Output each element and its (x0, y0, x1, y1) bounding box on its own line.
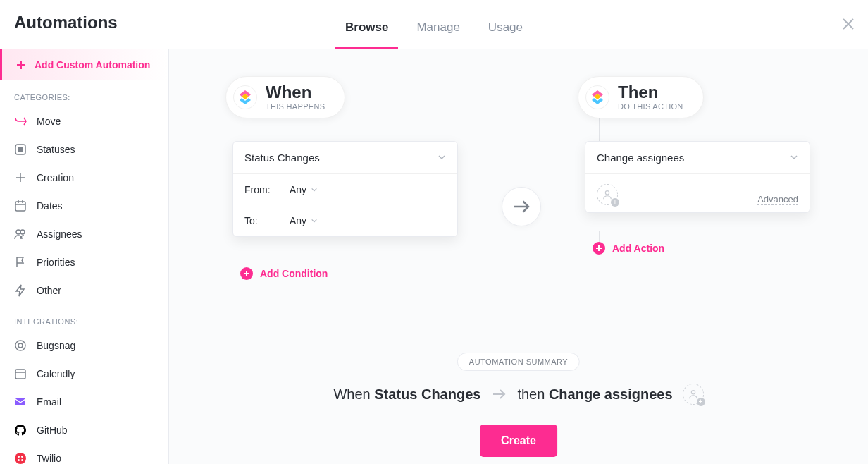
item-label: Dates (37, 200, 63, 212)
trigger-value: Status Changes (244, 152, 320, 164)
close-icon[interactable] (840, 16, 857, 32)
svg-point-14 (605, 191, 609, 195)
to-select[interactable]: Any (290, 215, 318, 226)
trigger-select[interactable]: Status Changes (233, 142, 457, 174)
action-value: Change assignees (597, 152, 684, 164)
tab-usage[interactable]: Usage (484, 12, 527, 49)
plus-circle-icon (593, 242, 605, 255)
sidebar-item-email[interactable]: Email (0, 388, 168, 416)
add-custom-automation-button[interactable]: Add Custom Automation (0, 49, 168, 80)
add-action-label: Add Action (612, 243, 664, 254)
clickup-logo-icon (233, 85, 257, 109)
svg-point-10 (18, 456, 20, 458)
plus-circle-icon (240, 267, 253, 280)
then-title: Then (618, 84, 683, 101)
svg-point-5 (16, 341, 25, 350)
then-panel: Change assignees + Advanced (585, 141, 810, 213)
github-icon (14, 424, 27, 436)
chevron-down-icon (311, 184, 318, 195)
item-label: Move (37, 116, 61, 127)
summary-then-value: Change assignees (549, 386, 673, 402)
item-label: Assignees (37, 228, 82, 240)
integrations-heading: INTEGRATIONS: (0, 305, 168, 331)
create-button[interactable]: Create (480, 425, 557, 457)
tab-browse[interactable]: Browse (341, 12, 392, 49)
clickup-logo-icon (585, 85, 609, 109)
flow-arrow (502, 187, 541, 226)
bugsnag-icon (14, 339, 27, 352)
sidebar-item-dates[interactable]: Dates (0, 192, 168, 220)
sidebar-item-priorities[interactable]: Priorities (0, 248, 168, 276)
summary-then-prefix: then (517, 386, 548, 402)
sidebar-item-assignees[interactable]: Assignees (0, 220, 168, 248)
creation-icon (14, 171, 27, 184)
lightning-icon (14, 284, 27, 297)
sidebar-item-bugsnag[interactable]: Bugsnag (0, 331, 168, 360)
calendar-icon (14, 200, 27, 212)
item-label: Email (37, 396, 61, 408)
add-condition-button[interactable]: Add Condition (240, 267, 328, 280)
assignee-picker[interactable]: + (597, 184, 618, 205)
main-canvas: When THIS HAPPENS Status Changes From: A… (169, 49, 868, 464)
plus-icon (16, 60, 26, 70)
categories-heading: CATEGORIES: (0, 80, 168, 107)
item-label: Priorities (37, 257, 75, 268)
item-label: Other (37, 285, 61, 296)
add-action-button[interactable]: Add Action (593, 242, 664, 255)
sidebar: Add Custom Automation CATEGORIES: Move S… (0, 49, 169, 464)
svg-point-9 (15, 453, 26, 464)
item-label: Bugsnag (37, 340, 75, 351)
tab-manage[interactable]: Manage (412, 12, 464, 49)
sidebar-item-other[interactable]: Other (0, 276, 168, 305)
to-label: To: (244, 215, 277, 226)
action-select[interactable]: Change assignees (585, 142, 810, 174)
sidebar-item-move[interactable]: Move (0, 107, 168, 135)
item-label: GitHub (37, 425, 68, 436)
sidebar-item-creation[interactable]: Creation (0, 164, 168, 192)
chevron-down-icon (790, 152, 798, 164)
svg-point-13 (21, 459, 23, 461)
svg-rect-8 (16, 398, 25, 405)
then-header: Then DO THIS ACTION (578, 76, 704, 118)
email-icon (14, 396, 27, 408)
when-header: When THIS HAPPENS (225, 76, 345, 118)
move-icon (14, 115, 27, 128)
sidebar-item-twilio[interactable]: Twilio (0, 444, 168, 464)
add-custom-label: Add Custom Automation (35, 59, 150, 71)
sidebar-item-calendly[interactable]: Calendly (0, 360, 168, 388)
chevron-down-icon (311, 215, 318, 226)
item-label: Calendly (37, 368, 75, 379)
item-label: Twilio (37, 453, 61, 464)
item-label: Statuses (37, 144, 75, 155)
flag-icon (14, 256, 27, 269)
plus-icon: + (697, 398, 705, 406)
from-label: From: (244, 184, 277, 195)
summary-when-prefix: When (333, 386, 374, 402)
when-panel: Status Changes From: Any To: Any (232, 141, 458, 237)
svg-point-12 (18, 459, 20, 461)
page-title: Automations (14, 13, 118, 32)
svg-point-6 (18, 343, 23, 348)
sidebar-item-statuses[interactable]: Statuses (0, 135, 168, 164)
advanced-link[interactable]: Advanced (757, 194, 798, 205)
to-value: Any (290, 215, 306, 226)
status-icon (14, 143, 27, 156)
from-select[interactable]: Any (290, 184, 318, 195)
summary-assignee-picker[interactable]: + (683, 384, 704, 405)
assignees-icon (14, 228, 27, 240)
svg-rect-2 (16, 202, 25, 211)
svg-point-4 (20, 230, 25, 234)
add-condition-label: Add Condition (260, 268, 328, 279)
svg-rect-7 (16, 370, 25, 379)
plus-icon: + (611, 198, 619, 207)
sidebar-item-github[interactable]: GitHub (0, 416, 168, 444)
svg-point-11 (21, 456, 23, 458)
summary-line: When Status Changes then Change assignee… (169, 384, 868, 405)
then-subtitle: DO THIS ACTION (618, 102, 683, 111)
svg-point-3 (16, 230, 20, 234)
when-title: When (266, 84, 325, 101)
from-value: Any (290, 184, 306, 195)
summary-badge: AUTOMATION SUMMARY (457, 353, 580, 371)
svg-rect-1 (18, 147, 23, 152)
arrow-icon (490, 386, 507, 403)
